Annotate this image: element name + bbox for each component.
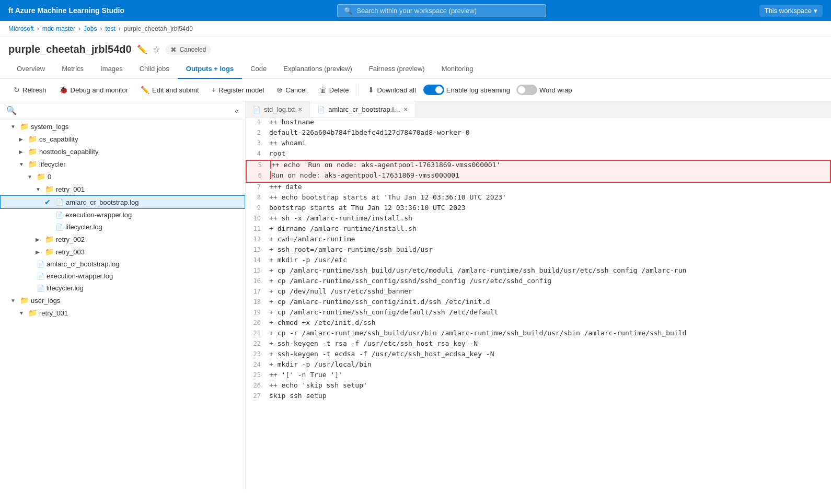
workspace-selector[interactable]: This workspace ▾	[759, 5, 823, 17]
line-number: 7	[246, 183, 269, 191]
check-icon: ✔	[44, 198, 54, 206]
code-viewer: 📄 std_log.txt ✕ 📄 amlarc_cr_bootstrap.l……	[246, 101, 831, 489]
code-line: 21 + cp -r /amlarc-runtime/ssh_build/usr…	[246, 329, 831, 339]
tab-overview[interactable]: Overview	[8, 60, 53, 79]
line-content: + ssh_root=/amlarc-runtime/ssh_build/usr	[269, 245, 443, 253]
file-tree-search-icon[interactable]: 🔍	[6, 106, 17, 115]
word-wrap-label: Word wrap	[539, 86, 572, 94]
tree-item-user-logs[interactable]: ▼ 📁 user_logs	[0, 294, 245, 307]
tabs-bar: Overview Metrics Images Child jobs Outpu…	[0, 60, 831, 79]
close-tab-icon[interactable]: ✕	[298, 107, 302, 112]
code-line: 18 + cp /amlarc-runtime/ssh_config/init.…	[246, 298, 831, 308]
tree-item-0[interactable]: ▼ 📁 0	[0, 170, 245, 183]
chevron-icon: ▶	[36, 249, 43, 255]
file-icon: 📄	[37, 285, 44, 292]
code-tab-stdlog[interactable]: 📄 std_log.txt ✕	[246, 101, 310, 118]
tree-item-lifecycler[interactable]: ▼ 📁 lifecycler	[0, 158, 245, 170]
code-line: 26 ++ echo 'skip ssh setup'	[246, 381, 831, 392]
line-number: 14	[246, 256, 269, 264]
line-content: + ssh-keygen -t rsa -f /usr/etc/ssh_host…	[269, 339, 488, 347]
tab-metrics[interactable]: Metrics	[53, 60, 92, 79]
breadcrumb-microsoft[interactable]: Microsoft	[8, 25, 34, 32]
code-tab-amlarc[interactable]: 📄 amlarc_cr_bootstrap.l… ✕	[310, 101, 416, 118]
tree-item-lifecycler-log2[interactable]: 📄 lifecycler.log	[0, 282, 245, 294]
status-badge: ✖ Canceled	[165, 44, 212, 55]
edit-icon[interactable]: ✏️	[137, 44, 147, 54]
breadcrumb-test[interactable]: test	[105, 25, 115, 32]
log-streaming-label: Enable log streaming	[446, 86, 510, 94]
line-content: ++ whoami	[269, 139, 316, 147]
tab-child-jobs[interactable]: Child jobs	[131, 60, 178, 79]
word-wrap-toggle[interactable]	[516, 85, 537, 95]
search-bar[interactable]: 🔍	[337, 4, 546, 17]
folder-icon: 📁	[28, 160, 37, 168]
tab-explanations[interactable]: Explanations (preview)	[275, 60, 361, 79]
code-line: 19 + cp /amlarc-runtime/ssh_config/defau…	[246, 308, 831, 319]
page-header: purple_cheetah_jrbl54d0 ✏️ ☆ ✖ Canceled	[0, 37, 831, 55]
register-model-button[interactable]: + Register model	[206, 83, 270, 97]
tree-item-user-retry001[interactable]: ▼ 📁 retry_001	[0, 307, 245, 319]
tree-item-retry003[interactable]: ▶ 📁 retry_003	[0, 245, 245, 258]
tree-item-amlarc-lifecycler[interactable]: 📄 amlarc_cr_bootstrap.log	[0, 258, 245, 270]
cancel-button[interactable]: ⊗ Cancel	[271, 83, 311, 97]
page-title: purple_cheetah_jrbl54d0	[8, 43, 132, 55]
file-tree-header: 🔍 «	[0, 101, 245, 120]
line-number: 5	[247, 161, 270, 169]
breadcrumb-mdc-master[interactable]: mdc-master	[42, 25, 75, 32]
debug-button[interactable]: 🐞 Debug and monitor	[54, 83, 134, 97]
tree-item-lifecycler-log[interactable]: 📄 lifecycler.log	[0, 221, 245, 233]
tree-item-exec-wrapper-lifecycler[interactable]: 📄 execution-wrapper.log	[0, 270, 245, 282]
delete-button[interactable]: 🗑 Delete	[314, 83, 354, 97]
star-icon[interactable]: ☆	[153, 44, 160, 54]
tree-item-cs-capability[interactable]: ▶ 📁 cs_capability	[0, 133, 245, 145]
breadcrumb-jobs[interactable]: Jobs	[84, 25, 97, 32]
line-content: ++ echo 'Run on node: aks-agentpool-1763…	[270, 161, 511, 169]
line-number: 19	[246, 309, 269, 316]
cancel-status-icon: ✖	[170, 45, 177, 54]
tab-monitoring[interactable]: Monitoring	[433, 60, 482, 79]
code-line: 10 ++ sh -x /amlarc-runtime/install.sh	[246, 214, 831, 225]
line-content: + mkdir -p /usr/local/bin	[269, 360, 382, 368]
code-line: 3 ++ whoami	[246, 139, 831, 149]
folder-icon: 📁	[28, 135, 37, 143]
file-icon: 📄	[37, 273, 44, 280]
code-content[interactable]: 1 ++ hostname 2 default-226a604b784f1bde…	[246, 118, 831, 489]
tree-item-execution-wrapper[interactable]: 📄 execution-wrapper.log	[0, 209, 245, 221]
refresh-button[interactable]: ↻ Refresh	[8, 83, 52, 97]
workspace-label: This workspace	[765, 7, 812, 15]
line-content: Run on node: aks-agentpool-17631869-vmss…	[270, 171, 470, 179]
line-content: + dirname /amlarc-runtime/install.sh	[269, 225, 427, 232]
chevron-icon: ▼	[19, 161, 26, 167]
download-all-button[interactable]: ⬇ Download all	[363, 83, 421, 97]
chevron-icon: ▶	[19, 136, 26, 142]
line-number: 26	[246, 382, 269, 389]
line-content: bootstrap starts at Thu Jan 12 03:36:10 …	[269, 204, 476, 212]
code-line: 23 + ssh-keygen -t ecdsa -f /usr/etc/ssh…	[246, 350, 831, 360]
line-number: 25	[246, 371, 269, 379]
tab-code[interactable]: Code	[242, 60, 275, 79]
folder-icon: 📁	[45, 235, 54, 243]
tab-images[interactable]: Images	[92, 60, 131, 79]
highlighted-section: 5 ++ echo 'Run on node: aks-agentpool-17…	[246, 160, 831, 183]
tree-item-hosttools[interactable]: ▶ 📁 hosttools_capability	[0, 145, 245, 158]
tree-item-retry001[interactable]: ▼ 📁 retry_001	[0, 183, 245, 195]
line-number: 11	[246, 225, 269, 232]
tree-item-amlarc-bootstrap[interactable]: ✔ 📄 amlarc_cr_bootstrap.log ···	[0, 195, 245, 209]
chevron-icon: ▼	[19, 310, 26, 316]
breadcrumb-sep4: ›	[119, 25, 121, 32]
breadcrumb-current: purple_cheetah_jrbl54d0	[124, 25, 193, 32]
tab-outputs-logs[interactable]: Outputs + logs	[178, 60, 242, 79]
chevron-icon: ▶	[36, 237, 43, 242]
line-content: + cp /amlarc-runtime/ssh_config/default/…	[269, 308, 509, 316]
search-input[interactable]	[356, 7, 539, 15]
tree-item-system-logs[interactable]: ▼ 📁 system_logs	[0, 120, 245, 133]
log-streaming-toggle[interactable]	[423, 85, 444, 95]
breadcrumb-sep2: ›	[78, 25, 80, 32]
edit-submit-button[interactable]: ✏️ Edit and submit	[135, 83, 204, 97]
collapse-button[interactable]: «	[235, 107, 239, 115]
tab-fairness[interactable]: Fairness (preview)	[361, 60, 433, 79]
close-tab-icon[interactable]: ✕	[403, 107, 408, 112]
tree-item-retry002[interactable]: ▶ 📁 retry_002	[0, 233, 245, 245]
code-line: 8 ++ echo bootstrap starts at 'Thu Jan 1…	[246, 193, 831, 204]
line-content: + cp /dev/null /usr/etc/sshd_banner	[269, 287, 423, 295]
